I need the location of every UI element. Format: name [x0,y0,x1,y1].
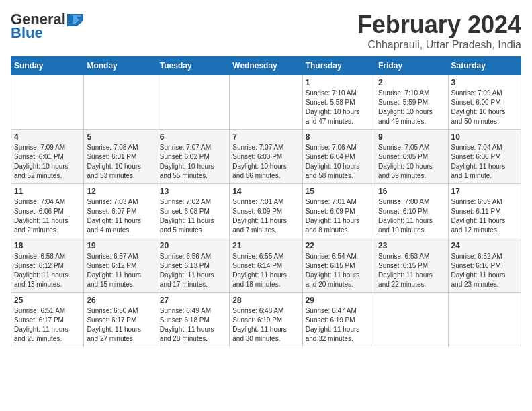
day-info: Sunrise: 6:56 AM Sunset: 6:13 PM Dayligh… [160,252,226,289]
day-info: Sunrise: 6:49 AM Sunset: 6:18 PM Dayligh… [160,306,226,344]
calendar-cell: 7Sunrise: 7:07 AM Sunset: 6:03 PM Daylig… [230,130,302,184]
week-row-4: 18Sunrise: 6:58 AM Sunset: 6:12 PM Dayli… [11,238,521,293]
calendar-cell: 6Sunrise: 7:07 AM Sunset: 6:02 PM Daylig… [157,130,229,184]
header-wednesday: Wednesday [230,57,302,75]
day-number: 10 [451,132,518,142]
calendar-cell: 12Sunrise: 7:03 AM Sunset: 6:07 PM Dayli… [84,184,157,238]
calendar-cell: 10Sunrise: 7:04 AM Sunset: 6:06 PM Dayli… [448,130,521,184]
day-number: 23 [378,241,445,250]
logo-bird-icon [67,14,83,26]
day-info: Sunrise: 7:01 AM Sunset: 6:09 PM Dayligh… [232,197,299,235]
day-info: Sunrise: 7:01 AM Sunset: 6:09 PM Dayligh… [306,197,372,235]
week-row-5: 25Sunrise: 6:51 AM Sunset: 6:17 PM Dayli… [11,293,521,347]
header-thursday: Thursday [302,57,375,75]
day-number: 5 [87,132,153,142]
day-number: 7 [232,132,299,142]
day-info: Sunrise: 7:10 AM Sunset: 5:59 PM Dayligh… [378,89,445,126]
title-block: February 2024 Chhaprauli, Uttar Pradesh,… [357,11,521,51]
calendar-cell: 16Sunrise: 7:00 AM Sunset: 6:10 PM Dayli… [375,184,448,238]
calendar-cell: 29Sunrise: 6:47 AM Sunset: 6:19 PM Dayli… [302,293,375,347]
header-friday: Friday [375,57,448,75]
day-info: Sunrise: 7:10 AM Sunset: 5:58 PM Dayligh… [306,89,372,126]
logo-blue: Blue [11,24,43,42]
day-number: 29 [306,295,372,305]
calendar-cell: 21Sunrise: 6:55 AM Sunset: 6:14 PM Dayli… [230,238,302,293]
day-info: Sunrise: 6:53 AM Sunset: 6:15 PM Dayligh… [378,252,445,289]
day-number: 6 [160,132,226,142]
calendar-cell: 28Sunrise: 6:48 AM Sunset: 6:19 PM Dayli… [230,293,302,347]
day-number: 21 [232,241,299,250]
day-info: Sunrise: 6:48 AM Sunset: 6:19 PM Dayligh… [232,306,299,344]
calendar-cell [84,75,157,130]
calendar-cell: 18Sunrise: 6:58 AM Sunset: 6:12 PM Dayli… [11,238,84,293]
day-info: Sunrise: 7:07 AM Sunset: 6:03 PM Dayligh… [232,143,299,181]
calendar-cell: 14Sunrise: 7:01 AM Sunset: 6:09 PM Dayli… [230,184,302,238]
day-info: Sunrise: 7:09 AM Sunset: 6:00 PM Dayligh… [451,89,518,126]
day-number: 11 [14,187,81,196]
day-info: Sunrise: 7:05 AM Sunset: 6:05 PM Dayligh… [378,143,445,181]
header-monday: Monday [84,57,157,75]
day-number: 28 [232,295,299,305]
day-number: 14 [232,187,299,196]
day-info: Sunrise: 6:55 AM Sunset: 6:14 PM Dayligh… [232,252,299,289]
calendar-cell [375,293,448,347]
day-number: 16 [378,187,445,196]
calendar-cell: 25Sunrise: 6:51 AM Sunset: 6:17 PM Dayli… [11,293,84,347]
day-number: 4 [14,132,81,142]
day-number: 2 [378,78,445,87]
day-number: 25 [14,295,81,305]
day-info: Sunrise: 7:03 AM Sunset: 6:07 PM Dayligh… [87,197,153,235]
month-title: February 2024 [357,11,521,39]
day-number: 9 [378,132,445,142]
week-row-1: 1Sunrise: 7:10 AM Sunset: 5:58 PM Daylig… [11,75,521,130]
day-number: 13 [160,187,226,196]
header-tuesday: Tuesday [157,57,229,75]
calendar-cell: 15Sunrise: 7:01 AM Sunset: 6:09 PM Dayli… [302,184,375,238]
day-number: 27 [160,295,226,305]
calendar-cell: 24Sunrise: 6:52 AM Sunset: 6:16 PM Dayli… [448,238,521,293]
header-saturday: Saturday [448,57,521,75]
calendar-cell: 2Sunrise: 7:10 AM Sunset: 5:59 PM Daylig… [375,75,448,130]
calendar-cell: 4Sunrise: 7:09 AM Sunset: 6:01 PM Daylig… [11,130,84,184]
day-info: Sunrise: 6:50 AM Sunset: 6:17 PM Dayligh… [87,306,153,344]
day-info: Sunrise: 6:59 AM Sunset: 6:11 PM Dayligh… [451,197,518,235]
day-info: Sunrise: 7:04 AM Sunset: 6:06 PM Dayligh… [14,197,81,235]
calendar-cell: 27Sunrise: 6:49 AM Sunset: 6:18 PM Dayli… [157,293,229,347]
calendar-cell: 13Sunrise: 7:02 AM Sunset: 6:08 PM Dayli… [157,184,229,238]
week-row-2: 4Sunrise: 7:09 AM Sunset: 6:01 PM Daylig… [11,130,521,184]
calendar-cell: 11Sunrise: 7:04 AM Sunset: 6:06 PM Dayli… [11,184,84,238]
calendar-cell: 8Sunrise: 7:06 AM Sunset: 6:04 PM Daylig… [302,130,375,184]
calendar-header-row: SundayMondayTuesdayWednesdayThursdayFrid… [11,57,521,75]
calendar-cell [157,75,229,130]
day-info: Sunrise: 7:09 AM Sunset: 6:01 PM Dayligh… [14,143,81,181]
day-number: 12 [87,187,153,196]
calendar-cell: 5Sunrise: 7:08 AM Sunset: 6:01 PM Daylig… [84,130,157,184]
calendar-table: SundayMondayTuesdayWednesdayThursdayFrid… [11,56,521,347]
calendar-cell: 1Sunrise: 7:10 AM Sunset: 5:58 PM Daylig… [302,75,375,130]
day-number: 22 [306,241,372,250]
day-number: 24 [451,241,518,250]
calendar-cell: 3Sunrise: 7:09 AM Sunset: 6:00 PM Daylig… [448,75,521,130]
location-subtitle: Chhaprauli, Uttar Pradesh, India [357,39,521,51]
day-info: Sunrise: 7:04 AM Sunset: 6:06 PM Dayligh… [451,143,518,181]
calendar-cell: 22Sunrise: 6:54 AM Sunset: 6:15 PM Dayli… [302,238,375,293]
day-number: 20 [160,241,226,250]
day-number: 8 [306,132,372,142]
day-info: Sunrise: 7:08 AM Sunset: 6:01 PM Dayligh… [87,143,153,181]
day-number: 19 [87,241,153,250]
day-info: Sunrise: 7:00 AM Sunset: 6:10 PM Dayligh… [378,197,445,235]
day-info: Sunrise: 6:54 AM Sunset: 6:15 PM Dayligh… [306,252,372,289]
calendar-cell: 23Sunrise: 6:53 AM Sunset: 6:15 PM Dayli… [375,238,448,293]
day-info: Sunrise: 6:57 AM Sunset: 6:12 PM Dayligh… [87,252,153,289]
header-sunday: Sunday [11,57,84,75]
logo: General Blue [11,11,83,42]
day-info: Sunrise: 7:06 AM Sunset: 6:04 PM Dayligh… [306,143,372,181]
calendar-cell: 20Sunrise: 6:56 AM Sunset: 6:13 PM Dayli… [157,238,229,293]
day-number: 15 [306,187,372,196]
page-header: General Blue February 2024 Chhaprauli, U… [11,11,521,51]
calendar-cell [448,293,521,347]
day-info: Sunrise: 6:58 AM Sunset: 6:12 PM Dayligh… [14,252,81,289]
day-info: Sunrise: 6:47 AM Sunset: 6:19 PM Dayligh… [306,306,372,344]
day-info: Sunrise: 7:07 AM Sunset: 6:02 PM Dayligh… [160,143,226,181]
day-number: 3 [451,78,518,87]
